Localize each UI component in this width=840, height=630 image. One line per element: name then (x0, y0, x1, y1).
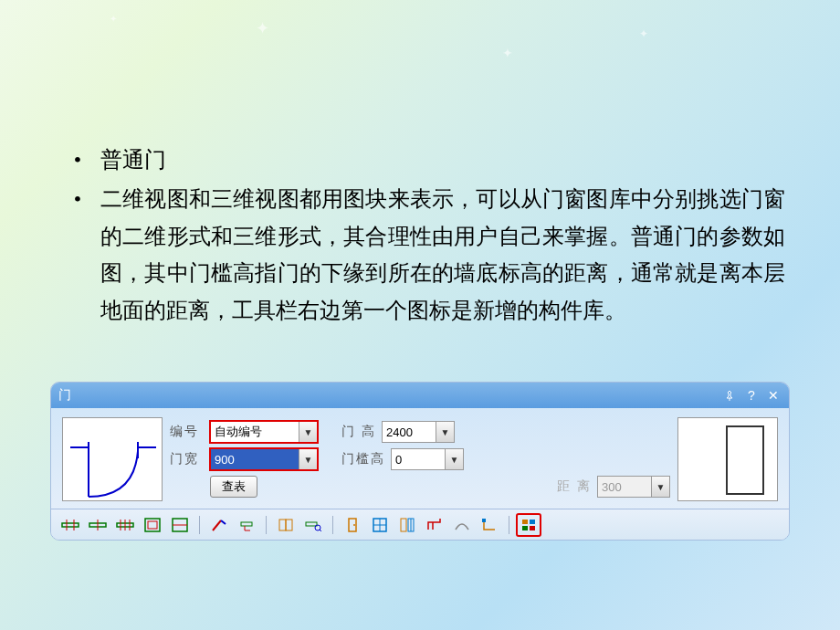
door-2d-preview[interactable] (62, 417, 163, 501)
tool-window-grid-icon[interactable] (274, 514, 298, 536)
svg-rect-5 (62, 523, 79, 527)
svg-rect-37 (522, 526, 528, 530)
tool-arc-icon[interactable] (450, 514, 474, 536)
svg-line-19 (221, 520, 226, 524)
toolbar-separator (509, 516, 509, 534)
decoration-spark: ✦ (256, 18, 269, 38)
tool-corner-icon[interactable] (478, 514, 501, 536)
tool-component-lib-icon[interactable] (517, 514, 541, 536)
svg-rect-36 (530, 520, 535, 524)
svg-line-18 (213, 520, 221, 530)
tool-frame-2-icon[interactable] (168, 514, 192, 536)
height-input[interactable] (383, 422, 436, 442)
slide-content: • 普通门 • 二维视图和三维视图都用图块来表示，可以从门窗图库中分别挑选门窗的… (0, 0, 840, 350)
number-input[interactable] (211, 422, 299, 442)
tool-insert-1-icon[interactable] (58, 514, 82, 536)
toolbar-separator (332, 516, 333, 534)
close-icon[interactable]: ✕ (765, 387, 782, 404)
distance-combo: ▼ (597, 476, 670, 498)
pin-icon[interactable] (721, 387, 738, 404)
number-combo[interactable]: ▼ (210, 421, 318, 443)
tool-door-icon[interactable] (341, 514, 364, 536)
bullet-paragraph: 二维视图和三维视图都用图块来表示，可以从门窗图库中分别挑选门窗的二维形式和三维形… (100, 181, 785, 330)
svg-rect-31 (401, 519, 406, 531)
width-combo[interactable]: ▼ (210, 448, 318, 470)
tool-window-icon[interactable] (368, 514, 392, 536)
svg-rect-35 (522, 520, 528, 524)
svg-rect-15 (148, 521, 157, 529)
distance-input (598, 477, 651, 497)
width-label: 门宽 (170, 451, 205, 467)
decoration-spark: ✦ (639, 27, 648, 41)
chevron-down-icon[interactable]: ▼ (436, 422, 454, 442)
dialog-title-text: 门 (58, 387, 716, 404)
sill-label: 门槛高 (341, 451, 385, 467)
bullet-mark: • (55, 181, 100, 330)
height-label: 门 高 (341, 424, 376, 440)
tool-insert-2-icon[interactable] (86, 514, 110, 536)
tool-door-window-icon[interactable] (395, 514, 419, 536)
svg-point-27 (353, 524, 355, 526)
number-label: 编号 (170, 424, 205, 440)
dialog-titlebar[interactable]: 门 ? ✕ (51, 383, 789, 408)
width-input[interactable] (211, 449, 299, 469)
chevron-down-icon[interactable]: ▼ (299, 422, 317, 442)
svg-rect-14 (145, 519, 160, 531)
tool-insert-3-icon[interactable] (113, 514, 137, 536)
svg-line-25 (320, 530, 321, 531)
decoration-spark: ✦ (502, 46, 513, 61)
svg-rect-23 (306, 522, 317, 526)
lookup-button[interactable]: 查表 (210, 476, 257, 498)
help-icon[interactable]: ? (743, 387, 760, 404)
svg-rect-38 (530, 526, 535, 530)
chevron-down-icon: ▼ (651, 477, 669, 497)
toolbar-separator (266, 516, 267, 534)
door-toolbar (51, 509, 789, 540)
svg-rect-22 (286, 520, 292, 530)
tool-edit-1-icon[interactable] (207, 514, 231, 536)
distance-label: 距 离 (557, 478, 592, 495)
chevron-down-icon[interactable]: ▼ (299, 449, 317, 469)
door-dialog: 门 ? ✕ 编号 ▼ 门 高 (50, 382, 790, 541)
svg-rect-34 (482, 519, 486, 522)
height-combo[interactable]: ▼ (382, 421, 455, 443)
bullet-title: 普通门 (100, 142, 785, 179)
toolbar-separator (199, 516, 200, 534)
chevron-down-icon[interactable]: ▼ (445, 449, 463, 469)
decoration-spark: ✦ (110, 14, 117, 24)
tool-frame-1-icon[interactable] (141, 514, 164, 536)
door-3d-preview[interactable] (677, 417, 778, 501)
bullet-mark: • (55, 142, 100, 179)
svg-rect-20 (241, 522, 252, 526)
sill-input[interactable] (392, 449, 445, 469)
tool-search-icon[interactable] (301, 514, 325, 536)
tool-open-icon[interactable] (423, 514, 446, 536)
tool-edit-2-icon[interactable] (235, 514, 258, 536)
sill-combo[interactable]: ▼ (391, 448, 464, 470)
svg-rect-21 (279, 520, 286, 530)
